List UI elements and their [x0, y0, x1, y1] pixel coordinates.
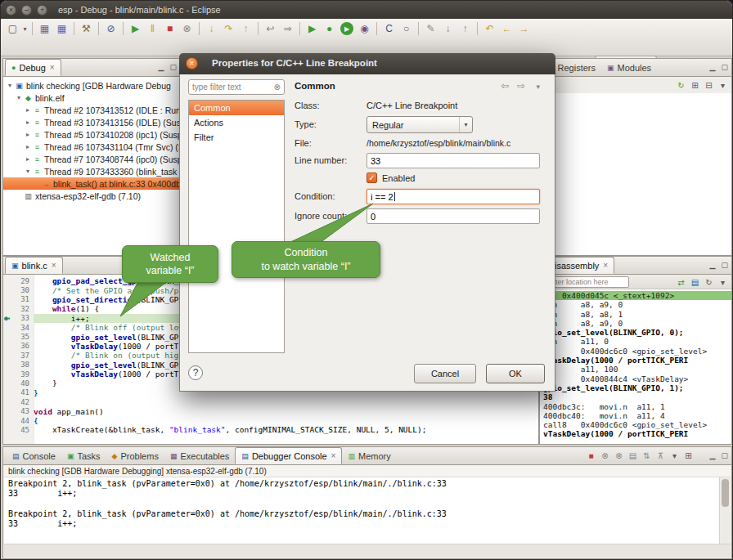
code-line[interactable]: 45 xTaskCreate(&blink_task, "blink_task"…: [3, 425, 538, 434]
save-icon[interactable]: ▦: [36, 20, 53, 37]
tab-debug[interactable]: ● Debug ×: [5, 59, 61, 76]
debug-tree-item[interactable]: ▸≡Thread #7 1073408744 (ipc0) (Susp: [3, 153, 180, 165]
code-line[interactable]: 42: [3, 397, 538, 406]
search-icon[interactable]: ○: [398, 20, 415, 37]
tab-memory[interactable]: ▥Memory: [342, 447, 396, 464]
mark-occurrences-icon[interactable]: ✎: [422, 20, 439, 37]
dialog-titlebar[interactable]: × Properties for C/C++ Line Breakpoint: [179, 53, 555, 74]
tab-console[interactable]: ▤Console: [7, 447, 61, 464]
maximize-icon[interactable]: ▢: [721, 63, 728, 71]
line-number-field[interactable]: 33: [366, 153, 540, 168]
disassembly-line[interactable]: 400dbc40: movi.n a11, 4: [540, 411, 731, 420]
open-console-icon[interactable]: ⊞: [681, 449, 695, 462]
collapse-icon[interactable]: ▾: [6, 82, 14, 89]
debug-tree-item[interactable]: ▾◆blink.elf: [3, 92, 180, 104]
disassembly-line[interactable]: vTaskDelay(1000 / portTICK_PERI: [540, 356, 731, 365]
new-wizard-icon[interactable]: ▢: [4, 20, 21, 37]
step-over-icon[interactable]: ↷: [220, 20, 237, 37]
last-edit-location-icon[interactable]: ↶: [481, 20, 498, 37]
sync-icon[interactable]: ⇄: [674, 276, 688, 289]
new-dropdown-icon[interactable]: ▾: [21, 20, 29, 37]
display-console-icon[interactable]: ▾: [668, 449, 681, 462]
instruction-stepping-icon[interactable]: ⇒: [279, 20, 296, 37]
refresh-icon[interactable]: ↻: [674, 78, 688, 92]
maximize-icon[interactable]: ▢: [169, 63, 177, 71]
new-c-project-icon[interactable]: C: [380, 20, 398, 37]
show-source-icon[interactable]: ▤: [688, 276, 702, 289]
disassembly-line[interactable]: i.n a8, a8, 1: [540, 310, 731, 319]
dialog-section-common[interactable]: Common: [189, 101, 284, 115]
maximize-icon[interactable]: ▢: [721, 261, 728, 269]
debug-tree-item[interactable]: ▾▣blink checking [GDB Hardware Debug: [3, 79, 180, 92]
close-icon[interactable]: ×: [603, 261, 608, 270]
dialog-close-button[interactable]: ×: [186, 57, 198, 69]
disassembly-line[interactable]: l8 0x400844c4 <vTaskDelay>: [540, 374, 731, 383]
disassembly-line[interactable]: call8 0x400dc6c0 <gpio_set_level>: [540, 420, 731, 429]
cancel-button[interactable]: Cancel: [414, 364, 476, 383]
skip-breakpoints-icon[interactable]: ⊘: [102, 20, 119, 37]
refresh-icon[interactable]: ↻: [702, 276, 716, 289]
type-select[interactable]: Regular ▾: [366, 116, 473, 133]
terminate-icon[interactable]: ■: [584, 449, 598, 462]
disassembly-line[interactable]: gpio_set_level(BLINK_GPIO, 0);: [540, 328, 731, 337]
debug-tree-item[interactable]: ▸≡Thread #2 1073413512 (IDLE : Runn: [3, 104, 180, 116]
disassembly-line[interactable]: a9, 0x400d045c <_stext+1092>: [540, 291, 731, 300]
scroll-lock-icon[interactable]: ⇅: [640, 449, 654, 462]
window-maximize-button[interactable]: +: [37, 5, 47, 16]
code-line[interactable]: 43void app_main(): [3, 406, 538, 415]
step-return-icon[interactable]: ↑: [237, 20, 254, 37]
drop-to-frame-icon[interactable]: ↩: [262, 20, 279, 37]
collapse-icon[interactable]: ▾: [15, 94, 23, 101]
disconnect-icon[interactable]: ⊗: [178, 20, 196, 37]
ok-button[interactable]: OK: [486, 364, 545, 383]
debug-tree-item[interactable]: ▾≡Thread #9 1073433360 (blink_task: [3, 165, 180, 177]
maximize-icon[interactable]: ▢: [721, 451, 728, 459]
tab-blink-c[interactable]: ▣ blink.c ×: [5, 257, 63, 274]
disassembly-line[interactable]: l.n a8, a9, 0: [540, 300, 731, 309]
view-menu-icon[interactable]: ▾: [536, 83, 540, 91]
debug-tree-item[interactable]: ▸≡Thread #5 1073410208 (ipc1) (Susp: [3, 128, 180, 141]
scrollbar-thumb[interactable]: [722, 479, 729, 507]
clear-filter-icon[interactable]: ⊗: [274, 83, 281, 92]
debug-tree-item[interactable]: →blink_task() at blink.c:33 0x400db: [3, 177, 180, 190]
disassembly-line[interactable]: i.n a11, 0: [540, 337, 731, 346]
window-titlebar[interactable]: × – + esp - Debug - blink/main/blink.c -…: [1, 1, 732, 19]
save-all-icon[interactable]: ▦: [53, 20, 70, 37]
disassembly-line[interactable]: 38: [540, 392, 731, 401]
debug-tree-item[interactable]: ▸≡Thread #6 1073431104 (Tmr Svc) (S: [3, 141, 180, 153]
view-menu-icon[interactable]: ▾: [716, 276, 730, 289]
console-hscroll-area[interactable]: [4, 544, 731, 558]
debug-tree-item[interactable]: ▸≡Thread #3 1073413156 (IDLE) (Susp: [3, 116, 180, 128]
add-register-group-icon[interactable]: ⊞: [688, 78, 702, 92]
disassembly-line[interactable]: 400dbc3c: movi.n a11, 1: [540, 402, 731, 411]
expand-icon[interactable]: ▸: [24, 119, 32, 126]
previous-annotation-icon[interactable]: ↑: [456, 20, 474, 37]
code-line[interactable]: 44{: [3, 416, 538, 425]
tab-problems[interactable]: ◆Problems: [106, 447, 164, 464]
external-tools-icon[interactable]: ▶: [304, 20, 321, 37]
enabled-checkbox[interactable]: ✓: [366, 172, 377, 183]
minimize-icon[interactable]: ▁: [159, 63, 164, 71]
clear-console-icon[interactable]: ▤: [626, 449, 640, 462]
window-close-button[interactable]: ×: [6, 5, 16, 16]
expand-icon[interactable]: ▸: [24, 106, 32, 114]
disassembly-line[interactable]: l8 0x400dc6c0 <gpio_set_level>: [540, 347, 731, 356]
expand-icon[interactable]: ▸: [24, 155, 32, 163]
dialog-section-filter[interactable]: Filter: [189, 130, 284, 145]
debug-icon[interactable]: ●: [321, 20, 338, 37]
close-icon[interactable]: ×: [52, 261, 56, 270]
console-scrollbar[interactable]: [719, 477, 731, 544]
collapse-all-icon[interactable]: ⊟: [702, 78, 716, 92]
debug-tree-item[interactable]: ▥xtensa-esp32-elf-gdb (7.10): [3, 190, 180, 202]
close-icon[interactable]: ×: [331, 451, 336, 460]
console-output[interactable]: Breakpoint 2, blink_task (pvParameter=0x…: [4, 477, 719, 544]
tab-executables[interactable]: ▦Executables: [164, 447, 235, 464]
back-icon[interactable]: ←: [498, 20, 515, 37]
minimize-icon[interactable]: ▁: [710, 63, 716, 71]
profile-icon[interactable]: ◉: [356, 20, 373, 37]
disassembly-line[interactable]: gpio_set_level(BLINK_GPIO, 1);: [540, 383, 731, 392]
help-button[interactable]: ?: [188, 365, 203, 380]
disassembly-line[interactable]: vTaskDelay(1000 / portTICK_PERI: [540, 429, 731, 438]
disassembly-content[interactable]: a9, 0x400d045c <_stext+1092>l.n a8, a9, …: [540, 289, 731, 444]
back-icon[interactable]: ⇦: [501, 80, 509, 92]
